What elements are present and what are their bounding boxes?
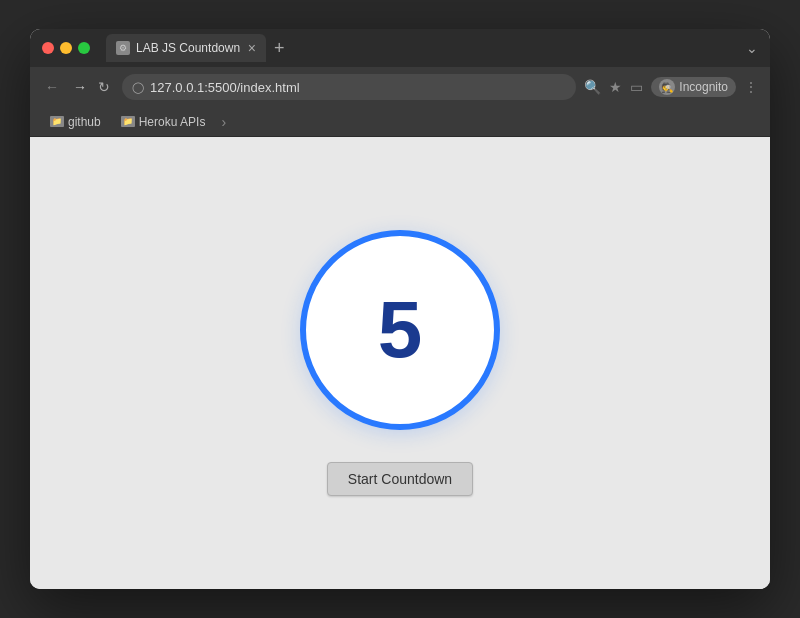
active-tab[interactable]: ⚙ LAB JS Countdown × [106,34,266,62]
traffic-lights [42,42,90,54]
bookmark-folder-icon-2: 📁 [121,116,135,127]
title-bar: ⚙ LAB JS Countdown × + ⌄ [30,29,770,67]
forward-button[interactable]: → [70,79,90,95]
bookmark-heroku[interactable]: 📁 Heroku APIs [113,113,214,131]
tab-close-button[interactable]: × [248,41,256,55]
bookmark-heroku-label: Heroku APIs [139,115,206,129]
countdown-display: 5 [378,290,423,370]
maximize-button[interactable] [78,42,90,54]
browser-window: ⚙ LAB JS Countdown × + ⌄ ← → ↻ ◯ 127.0.0… [30,29,770,589]
more-menu-icon[interactable]: ⋮ [744,79,758,95]
bookmark-star-icon[interactable]: ★ [609,79,622,95]
url-input[interactable]: ◯ 127.0.0.1:5500/index.html [122,74,576,100]
address-icons: 🔍 ★ ▭ 🕵 Incognito ⋮ [584,77,758,97]
window-menu-button[interactable]: ⌄ [746,40,758,56]
search-icon[interactable]: 🔍 [584,79,601,95]
bookmark-github-label: github [68,115,101,129]
tab-favicon-icon: ⚙ [116,41,130,55]
tab-bar: ⚙ LAB JS Countdown × + [106,34,738,62]
start-countdown-button[interactable]: Start Countdown [327,462,473,496]
bookmarks-other-icon[interactable]: › [217,112,230,132]
bookmark-folder-icon: 📁 [50,116,64,127]
lock-icon: ◯ [132,81,144,94]
address-bar: ← → ↻ ◯ 127.0.0.1:5500/index.html 🔍 ★ ▭ … [30,67,770,107]
countdown-circle: 5 [300,230,500,430]
page-content: 5 Start Countdown [30,137,770,589]
incognito-badge: 🕵 Incognito [651,77,736,97]
back-button[interactable]: ← [42,79,62,95]
bookmark-github[interactable]: 📁 github [42,113,109,131]
url-text: 127.0.0.1:5500/index.html [150,80,566,95]
bookmarks-bar: 📁 github 📁 Heroku APIs › [30,107,770,137]
minimize-button[interactable] [60,42,72,54]
refresh-button[interactable]: ↻ [98,79,110,95]
cast-icon[interactable]: ▭ [630,79,643,95]
incognito-icon: 🕵 [659,79,675,95]
incognito-label: Incognito [679,80,728,94]
close-button[interactable] [42,42,54,54]
new-tab-button[interactable]: + [274,38,285,59]
tab-title: LAB JS Countdown [136,41,242,55]
